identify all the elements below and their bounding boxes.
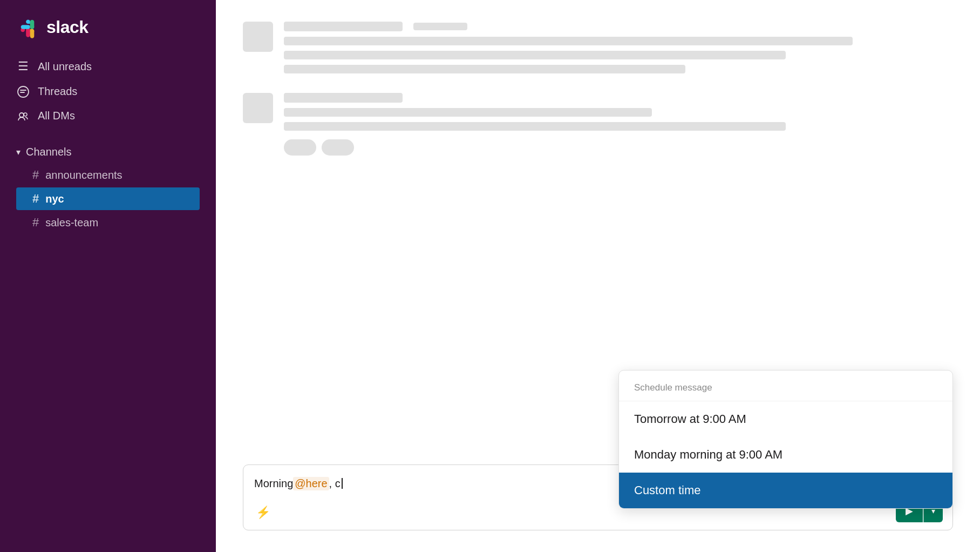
schedule-option-custom[interactable]: Custom time [619, 473, 952, 508]
message-prefix: Morning [254, 477, 293, 490]
lightning-icon: ⚡ [256, 506, 270, 520]
reaction-skeleton [322, 139, 354, 156]
hash-icon: # [32, 216, 39, 230]
mention-here: @here [293, 477, 329, 490]
message-content [284, 22, 953, 73]
text-skeleton [284, 37, 853, 45]
channel-item-announcements[interactable]: # announcements [16, 164, 200, 186]
slack-logo: slack [16, 15, 89, 39]
all-dms-label: All DMs [38, 110, 75, 122]
channel-item-sales-team[interactable]: # sales-team [16, 211, 200, 234]
all-unreads-label: All unreads [38, 60, 92, 73]
channel-name: nyc [45, 193, 64, 205]
channels-header[interactable]: ▾ Channels [16, 143, 200, 161]
svg-point-2 [24, 113, 27, 116]
slack-logo-icon [16, 15, 40, 39]
avatar [243, 22, 273, 52]
schedule-option-monday[interactable]: Monday morning at 9:00 AM [619, 437, 952, 473]
text-skeleton [284, 108, 652, 117]
svg-point-1 [19, 113, 24, 117]
slack-logo-text: slack [46, 17, 89, 37]
channel-list: # announcements # nyc # sales-team [16, 164, 200, 234]
message-suffix: , c [329, 477, 341, 490]
name-skeleton [284, 22, 403, 31]
threads-icon [16, 86, 30, 98]
hamburger-icon: ☰ [16, 59, 30, 73]
reaction-skeleton [284, 139, 316, 156]
channels-label: Channels [26, 146, 72, 158]
name-skeleton [284, 93, 403, 103]
text-skeleton [284, 122, 786, 131]
channel-name: announcements [45, 169, 122, 181]
message-group-1 [243, 22, 953, 73]
svg-point-0 [18, 86, 29, 97]
text-skeleton [284, 51, 786, 59]
channel-item-nyc[interactable]: # nyc [16, 187, 200, 210]
channels-chevron-icon: ▾ [16, 147, 21, 157]
sidebar-item-all-unreads[interactable]: ☰ All unreads [0, 54, 216, 79]
channels-section: ▾ Channels # announcements # nyc # sales… [0, 132, 216, 238]
reactions [284, 139, 953, 156]
lightning-button[interactable]: ⚡ [253, 503, 273, 522]
message-group-2 [243, 93, 953, 156]
channel-name: sales-team [45, 217, 98, 229]
sidebar-item-all-dms[interactable]: All DMs [0, 104, 216, 127]
threads-label: Threads [38, 85, 77, 98]
sidebar: slack ☰ All unreads Threads [0, 0, 216, 552]
hash-icon: # [32, 192, 39, 206]
schedule-header: Schedule message [619, 371, 952, 401]
message-input-area: Morning @here, c ⚡ ▶ ▾ Schedule message … [216, 454, 980, 552]
sidebar-navigation: ☰ All unreads Threads All DMs [0, 50, 216, 132]
main-content: Morning @here, c ⚡ ▶ ▾ Schedule message … [216, 0, 980, 552]
text-cursor [342, 478, 343, 489]
message-content [284, 93, 953, 156]
dms-icon [16, 110, 30, 122]
schedule-option-tomorrow[interactable]: Tomorrow at 9:00 AM [619, 401, 952, 437]
text-skeleton [284, 65, 685, 73]
time-skeleton [413, 23, 467, 30]
schedule-dropdown: Schedule message Tomorrow at 9:00 AM Mon… [618, 370, 953, 509]
hash-icon: # [32, 168, 39, 182]
avatar [243, 93, 273, 123]
sidebar-item-threads[interactable]: Threads [0, 80, 216, 103]
sidebar-header: slack [0, 0, 216, 50]
